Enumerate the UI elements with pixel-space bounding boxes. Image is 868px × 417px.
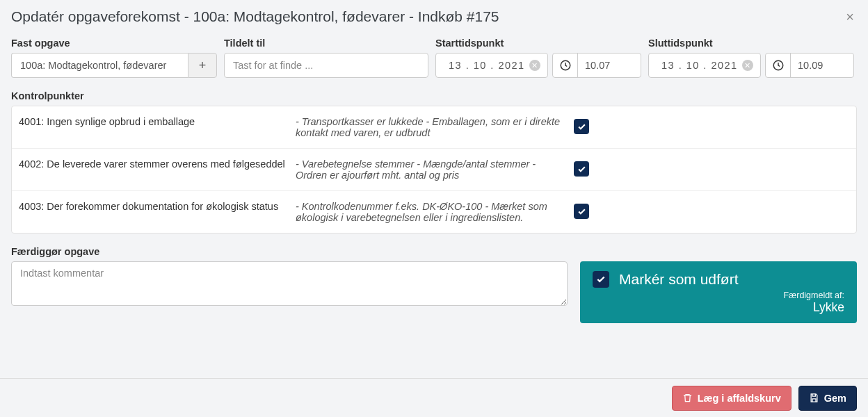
start-date-clear-icon[interactable]: ✕: [529, 60, 540, 71]
close-icon[interactable]: ×: [843, 10, 857, 24]
kontrol-row: 4001: Ingen synlige opbrud i emballage -…: [12, 106, 856, 149]
dialog-title: Opdatér opgaveforekomst - 100a: Modtagek…: [11, 8, 499, 25]
add-fast-opgave-button[interactable]: +: [188, 53, 217, 78]
fast-opgave-input[interactable]: [11, 53, 188, 78]
done-by-label: Færdigmeldt af:: [593, 291, 844, 300]
slut-time-input[interactable]: 10.09: [765, 53, 854, 78]
slut-time-value: 10.09: [791, 60, 853, 71]
kontrol-checkbox[interactable]: [574, 161, 589, 177]
save-button-label: Gem: [824, 393, 846, 404]
slut-label: Sluttidspunkt: [648, 38, 854, 49]
kontrol-title: 4001: Ingen synlige opbrud i emballage: [19, 116, 296, 127]
mark-done-panel: Markér som udført Færdigmeldt af: Lykke: [580, 261, 857, 323]
kontrol-desc: - Varebetegnelse stemmer - Mængde/antal …: [296, 158, 574, 181]
tildelt-input[interactable]: [224, 53, 428, 78]
clock-icon: [553, 54, 578, 77]
trash-button-label: Læg i affaldskurv: [698, 393, 781, 404]
kontrol-row: 4002: De leverede varer stemmer overens …: [12, 149, 856, 191]
finish-section-label: Færdiggør opgave: [11, 246, 568, 257]
save-icon: [809, 393, 819, 403]
fast-opgave-label: Fast opgave: [11, 38, 217, 49]
comment-textarea[interactable]: [11, 261, 568, 306]
start-date-input[interactable]: 13 . 10 . 2021 ✕: [435, 53, 548, 78]
trash-icon: [682, 393, 693, 403]
save-button[interactable]: Gem: [798, 386, 857, 411]
kontrol-checkbox[interactable]: [574, 204, 589, 219]
mark-done-checkbox[interactable]: [593, 271, 609, 288]
slut-date-clear-icon[interactable]: ✕: [742, 60, 753, 71]
slut-date-value: 13 . 10 . 2021: [661, 60, 738, 71]
trash-button[interactable]: Læg i affaldskurv: [672, 386, 791, 411]
kontrol-title: 4003: Der forekommer dokumentation for ø…: [19, 201, 296, 212]
start-time-input[interactable]: 10.07: [552, 53, 641, 78]
slut-date-input[interactable]: 13 . 10 . 2021 ✕: [648, 53, 761, 78]
tildelt-label: Tildelt til: [224, 38, 428, 49]
clock-icon: [766, 54, 791, 77]
mark-done-label: Markér som udført: [619, 271, 739, 288]
kontrol-list: 4001: Ingen synlige opbrud i emballage -…: [11, 106, 857, 234]
kontrol-checkbox[interactable]: [574, 119, 589, 134]
kontrol-desc: - Transportkasser er lukkede - Emballage…: [296, 116, 574, 138]
done-by-name: Lykke: [593, 300, 844, 315]
kontrol-title: 4002: De leverede varer stemmer overens …: [19, 158, 296, 170]
kontrol-row: 4003: Der forekommer dokumentation for ø…: [12, 191, 856, 233]
start-time-value: 10.07: [578, 60, 641, 71]
kontrol-desc: - Kontrolkodenummer f.eks. DK-ØKO-100 - …: [296, 201, 574, 223]
start-label: Starttidspunkt: [435, 38, 641, 49]
plus-icon: +: [199, 58, 207, 73]
kontrol-section-label: Kontrolpunkter: [0, 90, 868, 106]
start-date-value: 13 . 10 . 2021: [449, 60, 525, 71]
